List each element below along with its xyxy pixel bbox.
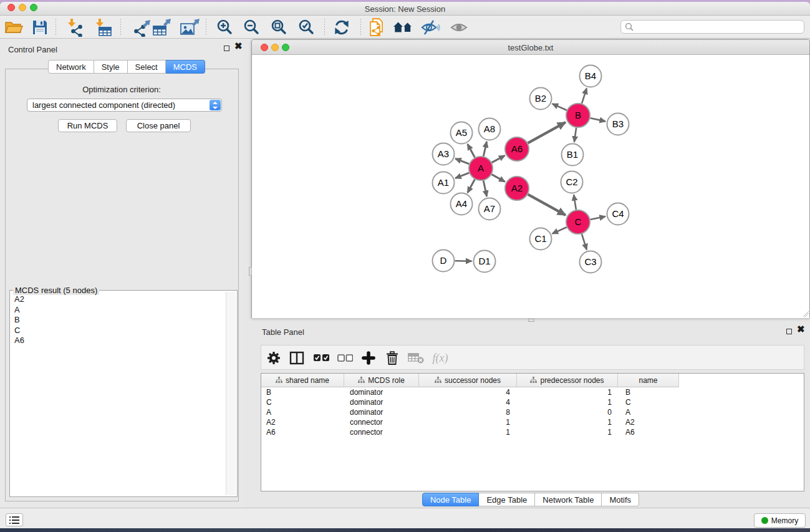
column-header-shared-name[interactable]: shared name: [261, 374, 344, 387]
node-D[interactable]: D: [433, 250, 455, 272]
close-panel-button[interactable]: Close panel: [126, 119, 191, 132]
node-A4[interactable]: A4: [451, 193, 473, 215]
node-C3[interactable]: C3: [580, 251, 602, 273]
tab-style[interactable]: Style: [94, 60, 128, 74]
cell: 8: [419, 407, 517, 417]
node-B4[interactable]: B4: [580, 65, 602, 87]
mcds-result-item[interactable]: A: [14, 305, 24, 316]
node-C1[interactable]: C1: [530, 228, 552, 250]
table-row[interactable]: A2connector11A2: [261, 417, 804, 427]
hide-selected-icon[interactable]: [420, 18, 440, 37]
tab-mcds[interactable]: MCDS: [166, 60, 205, 74]
node-B1[interactable]: B1: [562, 144, 584, 166]
table-close-panel-icon[interactable]: ✖: [797, 326, 805, 333]
first-neighbors-icon[interactable]: [393, 18, 413, 37]
resize-corner-handle[interactable]: [801, 309, 809, 317]
delete-table-icon[interactable]: [407, 349, 425, 367]
node-A[interactable]: A: [469, 157, 493, 180]
column-header-predecessor-nodes[interactable]: predecessor nodes: [517, 374, 618, 387]
search-input[interactable]: [634, 22, 804, 31]
table-float-panel-icon[interactable]: [786, 329, 792, 334]
table-tabs: Node TableEdge TableNetwork TableMotifs: [251, 493, 810, 506]
svg-text:B4: B4: [585, 70, 596, 81]
show-all-icon[interactable]: [449, 18, 469, 37]
select-all-columns-icon[interactable]: [312, 349, 330, 367]
table-row[interactable]: Bdominator41B: [261, 387, 804, 397]
svg-text:B3: B3: [612, 118, 624, 129]
node-B[interactable]: B: [566, 104, 590, 127]
float-panel-icon[interactable]: [224, 46, 229, 51]
node-B2[interactable]: B2: [530, 88, 552, 110]
svg-text:C1: C1: [534, 233, 546, 244]
column-type-icon: [276, 377, 282, 384]
mcds-result-item[interactable]: A6: [14, 336, 24, 346]
export-image-icon[interactable]: [180, 18, 200, 37]
node-A3[interactable]: A3: [433, 143, 455, 165]
gear-icon[interactable]: [264, 349, 283, 367]
close-panel-icon[interactable]: ✖: [234, 42, 243, 50]
zoom-in-icon[interactable]: [215, 18, 235, 37]
node-D1[interactable]: D1: [474, 251, 496, 273]
node-A2[interactable]: A2: [505, 177, 529, 200]
network-window-titlebar[interactable]: testGlobe.txt: [252, 40, 809, 55]
import-table-icon[interactable]: [94, 18, 114, 37]
node-A6[interactable]: A6: [505, 137, 529, 161]
show-hide-columns-icon[interactable]: [287, 349, 306, 367]
refresh-icon[interactable]: [332, 18, 352, 37]
column-header-name[interactable]: name: [618, 374, 679, 387]
cell: 0: [517, 407, 618, 417]
new-network-from-selection-icon[interactable]: [367, 18, 387, 37]
mcds-result-item[interactable]: B: [14, 315, 24, 326]
open-session-icon[interactable]: [4, 18, 24, 37]
zoom-selected-icon[interactable]: [297, 18, 317, 37]
add-column-icon[interactable]: [359, 349, 378, 367]
mcds-result-item[interactable]: C: [14, 326, 24, 336]
network-canvas[interactable]: B4B2BB3A5A8A6B1A3AC2A1A2A4A7C4CC1C3DD1: [252, 56, 809, 318]
delete-column-icon[interactable]: [383, 349, 402, 367]
function-builder-icon[interactable]: f(x): [431, 349, 450, 367]
import-network-icon[interactable]: [65, 18, 85, 37]
table-row[interactable]: Adominator80A: [261, 407, 804, 417]
table-row[interactable]: A6connector11A6: [261, 427, 804, 437]
node-A7[interactable]: A7: [479, 198, 501, 220]
table-tab-edge-table[interactable]: Edge Table: [479, 493, 535, 506]
zoom-fit-icon[interactable]: [269, 18, 289, 37]
mcds-result-list[interactable]: A2ABCA6: [11, 294, 24, 346]
node-A8[interactable]: A8: [479, 118, 501, 140]
column-header-MCDS-role[interactable]: MCDS role: [344, 374, 419, 387]
left-edge-handle[interactable]: [249, 267, 252, 276]
export-network-icon[interactable]: [132, 18, 152, 37]
optimization-criterion-select[interactable]: largest connected component (directed): [27, 99, 222, 112]
cell: 1: [517, 417, 618, 427]
table-tab-motifs[interactable]: Motifs: [602, 493, 639, 506]
edge-A-A5: [468, 144, 475, 157]
result-scrollbar[interactable]: [226, 292, 236, 495]
run-mcds-button[interactable]: Run MCDS: [58, 119, 117, 132]
memory-button[interactable]: Memory: [754, 513, 806, 528]
node-B3[interactable]: B3: [607, 114, 629, 135]
node-C4[interactable]: C4: [607, 203, 629, 225]
node-A1[interactable]: A1: [433, 172, 455, 194]
export-table-icon[interactable]: [152, 18, 172, 37]
node-C[interactable]: C: [566, 210, 590, 234]
search-field[interactable]: [620, 20, 804, 34]
zoom-out-icon[interactable]: [242, 18, 262, 37]
tab-network[interactable]: Network: [48, 60, 94, 74]
table-tab-network-table[interactable]: Network Table: [535, 493, 602, 506]
bottom-edge-handle[interactable]: [528, 319, 534, 322]
table-panel-title: Table Panel: [262, 327, 304, 337]
cell: 1: [517, 397, 618, 407]
status-bar: Memory: [0, 508, 810, 528]
column-header-successor-nodes[interactable]: successor nodes: [419, 374, 517, 387]
deselect-all-columns-icon[interactable]: [335, 349, 354, 367]
mcds-result-title: MCDS result (5 nodes): [13, 286, 99, 295]
node-A5[interactable]: A5: [451, 122, 473, 144]
table-row[interactable]: Cdominator41C: [261, 397, 804, 407]
save-session-icon[interactable]: [30, 18, 50, 37]
node-C2[interactable]: C2: [561, 172, 583, 193]
cell: A2: [261, 417, 344, 427]
table-tab-node-table[interactable]: Node Table: [422, 493, 480, 506]
mcds-result-item[interactable]: A2: [14, 294, 24, 305]
tab-select[interactable]: Select: [128, 60, 166, 74]
task-history-button[interactable]: [6, 513, 23, 526]
